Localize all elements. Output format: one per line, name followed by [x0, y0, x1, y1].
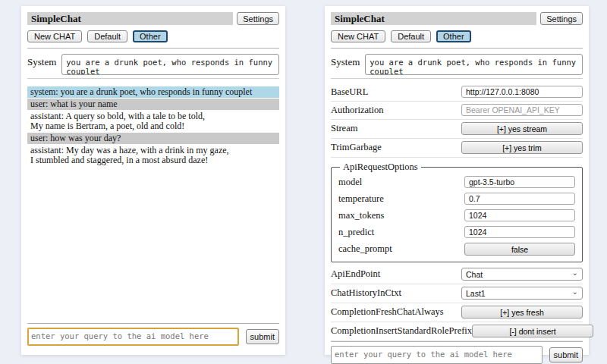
query-area: submit — [331, 341, 583, 364]
apiendpoint-label: ApiEndPoint — [331, 268, 380, 280]
app-title: SimpleChat — [27, 12, 233, 25]
divider — [27, 78, 279, 79]
settings-button[interactable]: Settings — [540, 12, 583, 25]
query-area: submit — [27, 323, 279, 349]
completionfreshchatalways-label: CompletionFreshChatAlways — [331, 306, 444, 318]
system-prompt-row: System you are a drunk poet, who respond… — [27, 54, 279, 75]
model-label: model — [338, 177, 362, 188]
query-input[interactable] — [331, 346, 543, 364]
query-input[interactable] — [27, 328, 239, 346]
setting-row-chathistoryinctxt: ChatHistoryInCtxt Last1 ⌄ — [331, 284, 583, 303]
trimgarbage-label: TrimGarbage — [331, 142, 382, 153]
system-label: System — [331, 54, 360, 75]
cache-prompt-toggle-button[interactable]: false — [464, 243, 575, 256]
session-toolbar: New CHAT Default Other — [331, 30, 583, 42]
api-endpoint-selected-value: Chat — [466, 270, 483, 279]
model-input[interactable] — [464, 176, 575, 188]
trimgarbage-toggle-button[interactable]: [+] yes trim — [461, 141, 583, 154]
header: SimpleChat Settings — [331, 12, 583, 25]
setting-row-authorization: Authorization — [331, 102, 583, 120]
divider — [331, 341, 583, 342]
system-prompt-input[interactable]: you are a drunk poet, who responds in fu… — [365, 54, 583, 75]
setting-row-cache-prompt: cache_prompt false — [338, 240, 575, 258]
chevron-down-icon: ⌄ — [572, 289, 578, 295]
max-tokens-label: max_tokens — [338, 210, 384, 221]
chat-history-selected-value: Last1 — [466, 289, 486, 298]
chat-message-system: system: you are a drunk poet, who respon… — [27, 86, 279, 98]
api-endpoint-select[interactable]: Chat ⌄ — [461, 268, 583, 281]
app-title: SimpleChat — [331, 12, 536, 25]
baseurl-label: BaseURL — [331, 86, 368, 98]
completion-fresh-chat-toggle-button[interactable]: [+] yes fresh — [461, 306, 583, 318]
stream-toggle-button[interactable]: [+] yes stream — [461, 122, 583, 135]
chat-message-assistant: assistant: A query so bold, with a tale … — [27, 111, 279, 132]
session-default-button[interactable]: Default — [87, 30, 127, 42]
setting-row-max-tokens: max_tokens — [338, 207, 575, 224]
session-toolbar: New CHAT Default Other — [27, 30, 279, 42]
authorization-input[interactable] — [461, 104, 583, 116]
session-default-button[interactable]: Default — [391, 30, 431, 42]
chat-panel: SimpleChat Settings New CHAT Default Oth… — [21, 6, 285, 355]
temperature-input[interactable] — [464, 193, 575, 205]
settings-button[interactable]: Settings — [237, 12, 279, 25]
chat-message-user: user: how was your day? — [27, 133, 279, 144]
chat-message-assistant: assistant: My day was a haze, with a dri… — [27, 145, 279, 166]
settings-panel: SimpleChat Settings New CHAT Default Oth… — [325, 6, 589, 355]
new-chat-button[interactable]: New CHAT — [27, 30, 82, 42]
n-predict-label: n_predict — [338, 227, 374, 238]
divider — [331, 48, 583, 49]
stream-label: Stream — [331, 123, 357, 134]
authorization-label: Authorization — [331, 105, 383, 116]
chathistoryinctxt-label: ChatHistoryInCtxt — [331, 287, 401, 299]
divider — [27, 323, 279, 324]
setting-row-temperature: temperature — [338, 190, 575, 207]
system-prompt-row: System you are a drunk poet, who respond… — [331, 54, 583, 75]
submit-button[interactable]: submit — [246, 329, 279, 344]
setting-row-apiendpoint: ApiEndPoint Chat ⌄ — [331, 265, 583, 284]
cache-prompt-label: cache_prompt — [338, 243, 392, 255]
setting-row-completionfreshchatalways: CompletionFreshChatAlways [+] yes fresh — [331, 303, 583, 322]
temperature-label: temperature — [338, 193, 384, 205]
new-chat-button[interactable]: New CHAT — [331, 30, 385, 42]
header: SimpleChat Settings — [27, 12, 279, 25]
api-request-options-legend: ApiRequestOptions — [340, 162, 421, 173]
api-request-options-fieldset: ApiRequestOptions model temperature max_… — [331, 162, 583, 262]
baseurl-input[interactable] — [461, 86, 583, 98]
setting-row-n-predict: n_predict — [338, 224, 575, 240]
chat-message-list: system: you are a drunk poet, who respon… — [27, 86, 279, 167]
settings-list: BaseURL Authorization Stream [+] yes str… — [331, 83, 583, 341]
chevron-down-icon: ⌄ — [572, 270, 578, 276]
setting-row-model: model — [338, 174, 575, 190]
session-other-button[interactable]: Other — [436, 30, 471, 42]
chat-history-in-ctxt-select[interactable]: Last1 ⌄ — [461, 287, 583, 300]
completion-insert-role-prefix-toggle-button[interactable]: [-] dont insert — [472, 325, 593, 337]
setting-row-baseurl: BaseURL — [331, 83, 583, 102]
chat-message-user: user: what is your name — [27, 99, 279, 110]
n-predict-input[interactable] — [464, 226, 575, 238]
max-tokens-input[interactable] — [464, 209, 575, 221]
system-label: System — [27, 54, 56, 75]
submit-button[interactable]: submit — [549, 347, 583, 362]
divider — [27, 48, 279, 49]
session-other-button[interactable]: Other — [133, 30, 168, 42]
setting-row-stream: Stream [+] yes stream — [331, 120, 583, 139]
system-prompt-input[interactable]: you are a drunk poet, who responds in fu… — [61, 54, 279, 75]
setting-row-completioninsertstandardroleprefix: CompletionInsertStandardRolePrefix [-] d… — [331, 322, 583, 341]
divider — [331, 78, 583, 79]
completioninsertstandardroleprefix-label: CompletionInsertStandardRolePrefix — [331, 325, 472, 337]
setting-row-trimgarbage: TrimGarbage [+] yes trim — [331, 139, 583, 158]
